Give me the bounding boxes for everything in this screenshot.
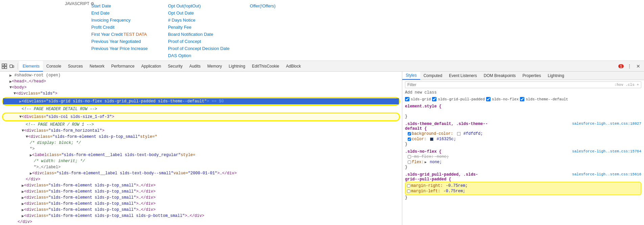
tab-event-listeners[interactable]: Event Listeners	[446, 72, 480, 80]
elements-line[interactable]: ▶ <div class= "slds-form-element slds-p-…	[1, 182, 401, 189]
yellow-box-lower: ▼ <div class= "slds-col slds-size_1-of-3…	[2, 112, 400, 121]
penalty-fee-link[interactable]: Penalty Fee	[168, 25, 230, 30]
tab-security[interactable]: Security	[165, 61, 186, 72]
filter-row[interactable]: :hov .cls +	[405, 81, 641, 88]
test-data-label: TEST DATA	[123, 32, 147, 37]
rule-line: margin-right: -0.75rem;	[407, 183, 639, 189]
rule-line: margin-left: -0.75rem;	[407, 189, 639, 194]
days-notice-link[interactable]: # Days Notice	[168, 18, 230, 23]
tab-editthiscookie[interactable]: EditThisCookie	[248, 61, 283, 72]
tab-styles[interactable]: Styles	[402, 72, 420, 80]
elements-line: </div>	[1, 176, 401, 182]
elements-line[interactable]: ▶ <label class= "slds-form-element__labe…	[1, 152, 401, 158]
cls-tag-slds-grid[interactable]: slds-grid	[405, 97, 431, 101]
styles-tabs: Styles Computed Event Listeners DOM Brea…	[402, 72, 644, 80]
pull-padded-rule: .slds-grid_pull-padded, .slds- salesforc…	[405, 172, 641, 200]
elements-line: </div>	[1, 219, 401, 225]
add-class-row[interactable]: Add new class	[405, 90, 641, 95]
end-date-link[interactable]: End Date	[91, 10, 148, 16]
rule-source-link[interactable]: salesforce-ligh..stem.css:15616	[572, 172, 641, 177]
tab-dom-breakpoints[interactable]: DOM Breakpoints	[480, 72, 519, 80]
board-notification-link[interactable]: Board Notification Date	[168, 32, 230, 37]
proof-of-concept-link[interactable]: Proof of Concept	[168, 39, 230, 44]
tab-sources[interactable]: Sources	[65, 61, 86, 72]
devtools-right-icons: 1 ⋮ ✕	[618, 63, 643, 69]
tab-console[interactable]: Console	[43, 61, 65, 72]
rule-source-link[interactable]: salesforce-ligh..stem.css:15764	[572, 149, 641, 154]
start-date-link[interactable]: Start Date	[91, 3, 148, 8]
elements-line[interactable]: ▼ <div class= "slds-col slds-size_1-of-3…	[3, 114, 399, 120]
tab-performance[interactable]: Performance	[108, 61, 138, 72]
theme-default-rule: .slds-theme_default, .slds-theme-- sales…	[405, 122, 641, 147]
selected-element-line[interactable]: ▶ <div class= "slds-grid slds-no-flex sl…	[3, 98, 399, 104]
elements-line[interactable]: ▼ <body>	[1, 84, 401, 91]
tab-lightning[interactable]: Lightning	[225, 61, 249, 72]
first-year-credit-link[interactable]: First Year CreditTEST DATA	[91, 32, 148, 37]
devtools-left-icons	[1, 63, 18, 69]
rule-source-link[interactable]: salesforce-ligh..stem.css:18027	[572, 122, 641, 126]
device-toggle-icon[interactable]	[9, 63, 15, 69]
svg-rect-4	[10, 65, 13, 68]
prop-checkbox[interactable]	[408, 160, 411, 164]
tab-adblock[interactable]: AdBlock	[283, 61, 304, 72]
das-option-link[interactable]: DAS Option	[168, 53, 230, 58]
elements-line[interactable]: ▶ #shadow-root (open)	[1, 72, 401, 78]
elements-line[interactable]: ▶ <div class= "slds-form-element slds-p-…	[1, 189, 401, 195]
elements-line[interactable]: ▶ <head>…</head>	[1, 78, 401, 84]
tab-network[interactable]: Network	[86, 61, 108, 72]
opt-out-link[interactable]: Opt Out(!optOut)	[168, 3, 230, 8]
devtools-bar: Elements Console Sources Network Perform…	[0, 61, 644, 72]
elements-line[interactable]: ▶ <div class= "slds-form-element slds-p-…	[1, 201, 401, 207]
elements-line[interactable]: ▶ <div class= "slds-form-element slds-p-…	[1, 213, 401, 219]
elements-line: <!-- PAGE HEADER DETAIL ROW -->	[1, 106, 401, 112]
tab-properties[interactable]: Properties	[519, 72, 544, 80]
profit-credit-link[interactable]: Profit Credit	[91, 25, 148, 30]
elements-line[interactable]: ▶ <div class= "slds-form-element__label …	[1, 170, 401, 176]
tab-memory[interactable]: Memory	[204, 61, 225, 72]
elements-line: <!-- PAGE HEADER / ROW 1 -->	[1, 122, 401, 128]
invoicing-frequency-link[interactable]: Invoicing Frequency	[91, 18, 148, 23]
element-picker-icon[interactable]	[1, 63, 7, 69]
cls-tag-theme-default[interactable]: slds-theme--default	[520, 97, 568, 101]
styles-content: :hov .cls + Add new class slds-grid slds…	[402, 80, 644, 225]
color-swatch	[430, 138, 433, 141]
tab-audits[interactable]: Audits	[186, 61, 204, 72]
highlighted-element-container: ▶ <div class= "slds-grid slds-no-flex sl…	[2, 97, 400, 106]
prop-checkbox[interactable]	[407, 190, 410, 193]
prop-checkbox[interactable]	[408, 155, 411, 158]
tab-computed[interactable]: Computed	[420, 72, 446, 80]
rule-line: color: #16325c;	[408, 136, 641, 142]
elements-line[interactable]: ▶ <div class= "slds-form-element slds-p-…	[1, 207, 401, 213]
prev-year-negotiated-link[interactable]: Previous Year Negotiated	[91, 39, 148, 44]
javascript-header: JAVASCRIPT ⚙	[65, 1, 94, 6]
prev-year-price-increase-link[interactable]: Previous Year Price Increase	[91, 46, 148, 51]
styles-panel: Styles Computed Event Listeners DOM Brea…	[402, 72, 644, 225]
devtools-main: ▶ #shadow-root (open) ▶ <head>…</head> ▼…	[0, 72, 644, 225]
settings-icon[interactable]: ⋮	[626, 63, 633, 69]
cls-tag-no-flex[interactable]: slds-no-flex	[486, 97, 519, 101]
prop-checkbox[interactable]	[408, 132, 411, 135]
offer-link[interactable]: Offer(!Offers)	[250, 3, 276, 8]
gear-icon[interactable]: ⚙	[91, 1, 94, 6]
elements-line: /* display: block; */	[1, 140, 401, 146]
cls-tag-pull-padded[interactable]: slds-grid-pull-padded	[432, 97, 485, 101]
elements-line[interactable]: ▼ <div class= "slds-form-element slds-p-…	[1, 134, 401, 140]
prop-checkbox[interactable]	[408, 138, 411, 141]
opt-out-date-link[interactable]: Opt Out Date	[168, 10, 230, 16]
error-badge: 1	[618, 64, 624, 68]
elements-line[interactable]: ▼ <div class= "slds" >	[1, 91, 401, 97]
filter-hint: :hov .cls +	[614, 83, 639, 87]
tab-elements[interactable]: Elements	[19, 61, 43, 72]
elements-line: /* width: inherit; */	[1, 158, 401, 164]
prop-checkbox[interactable]	[407, 184, 410, 188]
tab-application[interactable]: Application	[138, 61, 165, 72]
close-icon[interactable]: ✕	[635, 63, 641, 69]
color-swatch	[457, 132, 460, 135]
proof-of-concept-decision-link[interactable]: Proof of Concept Decision Date	[168, 46, 230, 51]
filter-input[interactable]	[407, 82, 613, 87]
rule-selector: .slds-theme_default, .slds-theme--	[405, 122, 488, 126]
rule-line: -ms-flex: none;	[408, 154, 641, 159]
elements-line[interactable]: ▶ <div class= "slds-form-element slds-p-…	[1, 195, 401, 201]
elements-line[interactable]: ▼ <div class= "slds-form_horizontal" >	[1, 128, 401, 134]
tab-lightning-style[interactable]: Lightning	[544, 72, 568, 80]
